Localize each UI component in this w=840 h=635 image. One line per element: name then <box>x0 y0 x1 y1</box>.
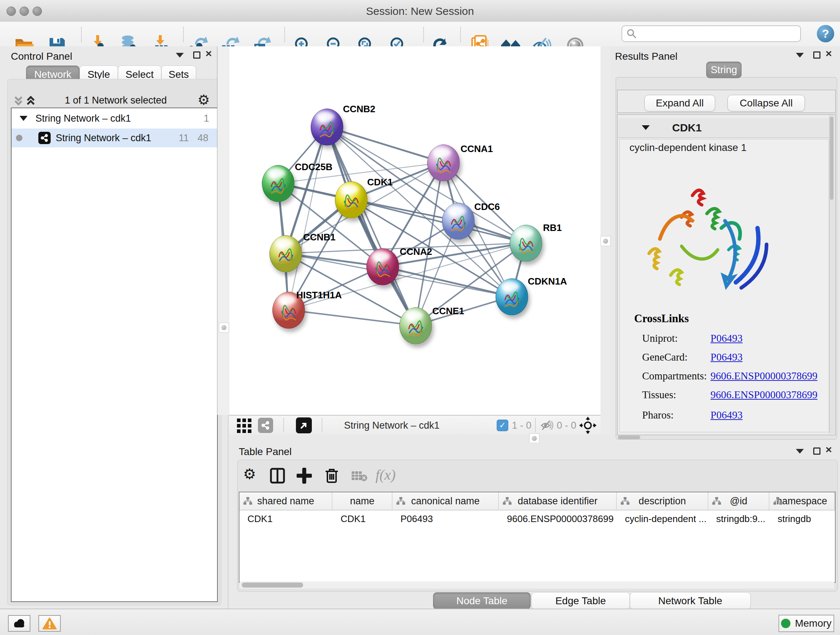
expand-all-networks-icon[interactable] <box>25 95 36 106</box>
node-label-CCNA2: CCNA2 <box>400 246 432 257</box>
tab-string-results[interactable]: String <box>706 62 742 78</box>
panel-maximize-icon[interactable] <box>813 51 821 59</box>
expand-all-button[interactable]: Expand All <box>644 95 715 111</box>
panel-close-icon[interactable]: × <box>826 50 832 57</box>
network-node-CCNA1[interactable] <box>427 144 460 181</box>
network-options-gear-icon[interactable]: ⚙ <box>197 92 210 108</box>
help-button[interactable]: ? <box>817 25 834 42</box>
delete-column-trash-icon[interactable] <box>325 467 339 484</box>
column-header[interactable]: name <box>332 492 393 510</box>
table-cell[interactable]: CDK1 <box>332 510 393 527</box>
network-node-CCNE1[interactable] <box>399 307 432 344</box>
panel-maximize-icon[interactable] <box>193 51 201 59</box>
memory-label: Memory <box>795 618 831 629</box>
cloud-status-button[interactable] <box>8 615 30 632</box>
open-in-new-window-button[interactable] <box>296 417 312 433</box>
memory-button[interactable]: Memory <box>778 615 834 632</box>
collapse-all-networks-icon[interactable] <box>13 95 24 106</box>
birdseye-grid-icon[interactable] <box>237 418 251 433</box>
control-panel-title: Control Panel <box>11 51 73 62</box>
splitter-grab-handle[interactable] <box>529 433 539 443</box>
network-row-selected[interactable]: String Network – cdk1 11 48 <box>11 128 217 147</box>
crosslink-pharos-link[interactable]: P06493 <box>711 409 743 421</box>
current-network-title: String Network – cdk1 <box>344 420 439 431</box>
network-node-CCNA2[interactable] <box>366 249 399 285</box>
panel-float-icon[interactable] <box>176 53 184 57</box>
add-column-icon[interactable] <box>297 468 312 484</box>
table-row[interactable]: CDK1CDK1P064939606.ENSP00000378699cyclin… <box>240 510 835 527</box>
network-canvas[interactable]: CCNB2 CCNA1 CDC25B CDK1 CDC6 RB1 CCNB1 C… <box>229 46 600 415</box>
panel-close-icon[interactable]: × <box>205 50 212 57</box>
crosslink-uniprot-link[interactable]: P06493 <box>711 333 743 344</box>
tab-edge-table[interactable]: Edge Table <box>531 592 630 609</box>
splitter-grab-handle[interactable] <box>219 323 229 333</box>
gene-description: cyclin-dependent kinase 1 <box>630 142 747 154</box>
network-node-CDC25B[interactable] <box>262 165 294 202</box>
toolbar-separator <box>460 27 461 42</box>
table-cell[interactable]: cyclin-dependent ... <box>617 510 708 527</box>
section-expander-icon[interactable] <box>642 125 650 130</box>
splitter-grab-handle[interactable] <box>600 236 611 246</box>
network-collection-row[interactable]: String Network – cdk1 1 <box>11 108 217 128</box>
toolbar-separator <box>423 27 424 42</box>
apply-function-fx-icon[interactable]: f(x) <box>376 466 396 483</box>
selected-checkbox[interactable]: ✓ <box>497 420 508 431</box>
warnings-button[interactable] <box>38 615 61 632</box>
table-cell[interactable]: 9606.ENSP00000378699 <box>499 510 617 527</box>
gene-section-header[interactable]: CDK1 <box>618 118 834 138</box>
left-splitter[interactable] <box>217 46 229 415</box>
column-header[interactable]: @id <box>708 492 770 510</box>
results-horizontal-scrollbar-thumb[interactable] <box>618 435 640 439</box>
crosslink-genecard-link[interactable]: P06493 <box>711 351 743 363</box>
table-cell[interactable]: stringdb:9... <box>708 510 770 527</box>
title-bar: Session: New Session <box>0 0 840 22</box>
crosslink-tissues-link[interactable]: 9606.ENSP00000378699 <box>711 389 818 401</box>
scrollbar-thumb[interactable] <box>242 583 303 587</box>
table-cell[interactable]: P06493 <box>393 510 499 527</box>
tree-expander-icon[interactable] <box>19 116 27 121</box>
crosslink-compartments-link[interactable]: 9606.ENSP00000378699 <box>711 370 818 382</box>
network-node-CDK1[interactable] <box>335 181 368 218</box>
column-label: name <box>350 496 374 507</box>
node-label-CDC6: CDC6 <box>474 201 500 212</box>
panel-float-icon[interactable] <box>796 449 804 454</box>
split-table-panel-icon[interactable] <box>270 468 285 484</box>
network-node-CCNB2[interactable] <box>311 109 343 146</box>
table-cell[interactable]: CDK1 <box>240 510 332 527</box>
table-panel-title: Table Panel <box>239 446 292 458</box>
network-node-CCNB1[interactable] <box>270 235 302 272</box>
column-header[interactable]: namespace <box>769 492 835 510</box>
column-label: namespace <box>777 496 827 507</box>
string-share-button[interactable] <box>258 418 273 433</box>
right-splitter[interactable] <box>600 46 611 442</box>
column-header[interactable]: shared name <box>240 492 332 510</box>
crosslink-label: Tissues: <box>642 389 676 401</box>
crosslink-label: GeneCard: <box>642 351 688 363</box>
column-header[interactable]: description <box>617 492 708 510</box>
network-node-CDKN1A[interactable] <box>496 279 528 315</box>
panel-close-icon[interactable]: × <box>826 446 832 453</box>
network-node-CDC6[interactable] <box>442 203 475 240</box>
search-input[interactable] <box>622 25 801 42</box>
network-nodes-layer: CCNB2 CCNA1 CDC25B CDK1 CDC6 RB1 CCNB1 C… <box>229 46 600 415</box>
table-options-gear-icon[interactable]: ⚙ <box>243 466 256 482</box>
tab-node-table[interactable]: Node Table <box>433 592 531 609</box>
tab-network-table[interactable]: Network Table <box>630 592 751 609</box>
results-vertical-scrollbar[interactable] <box>829 115 835 434</box>
delete-table-icon[interactable] <box>351 470 368 482</box>
panel-float-icon[interactable] <box>796 53 804 57</box>
scrollbar-thumb[interactable] <box>830 117 834 200</box>
collapse-all-button[interactable]: Collapse All <box>728 95 805 111</box>
column-header[interactable]: database identifier <box>499 492 617 510</box>
crosslink-label: Pharos: <box>642 409 674 421</box>
node-label-CCNE1: CCNE1 <box>432 306 464 317</box>
toolbar-separator <box>81 27 82 42</box>
fit-crosshair-icon[interactable] <box>579 417 597 434</box>
panel-maximize-icon[interactable] <box>813 448 821 455</box>
gene-symbol: CDK1 <box>672 122 702 134</box>
node-label-CCNA1: CCNA1 <box>461 143 493 155</box>
column-header[interactable]: canonical name <box>393 492 499 510</box>
table-horizontal-scrollbar[interactable] <box>240 581 834 589</box>
network-node-RB1[interactable] <box>510 225 542 262</box>
table-cell[interactable]: stringdb <box>769 510 835 527</box>
